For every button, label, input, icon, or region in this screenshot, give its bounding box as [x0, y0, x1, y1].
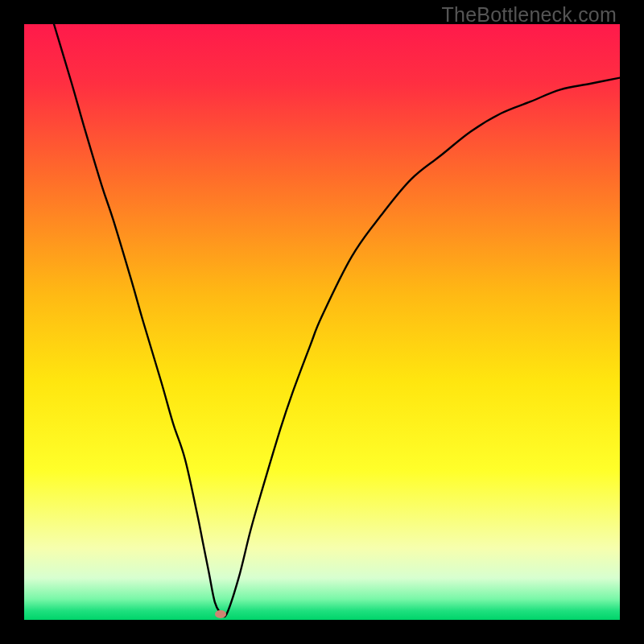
watermark-text: TheBottleneck.com	[442, 3, 617, 27]
optimal-point-marker	[215, 610, 226, 618]
chart-frame	[24, 24, 620, 620]
bottleneck-curve-path	[54, 24, 620, 617]
chart-curve	[24, 24, 620, 620]
